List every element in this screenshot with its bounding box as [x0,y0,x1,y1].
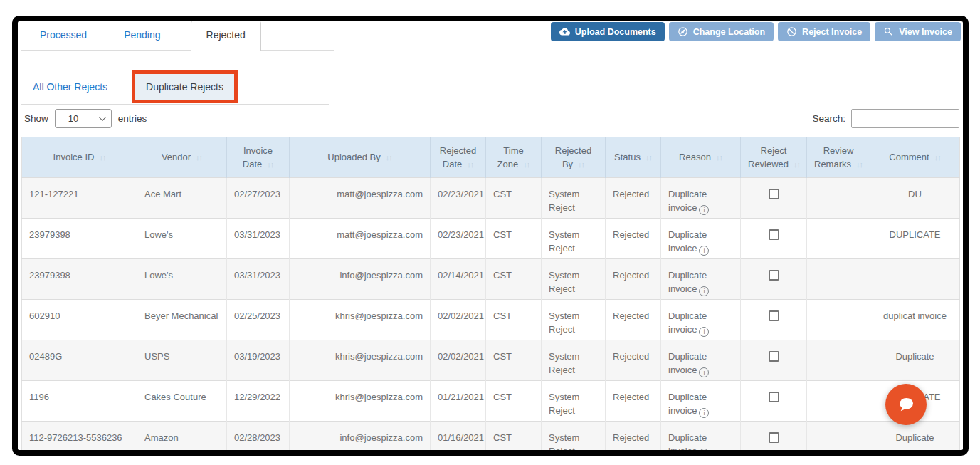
column-header-invoice-date[interactable]: Invoice Date [227,137,290,178]
upload-documents-button[interactable]: Upload Documents [551,22,665,41]
tab-pending[interactable]: Pending [124,29,160,50]
sort-icon [646,153,652,162]
table-controls: Show 10 entries Search: [21,109,959,130]
button-label: Reject Invoice [802,27,862,37]
cell-reject-reviewed [741,340,807,381]
search-input[interactable] [851,109,959,128]
annotation-highlight-rectangle: Duplicate Rejects [132,70,238,103]
cell-vendor: Lowe's [137,259,227,300]
cell-comment: Duplicate [870,422,960,451]
reject-reviewed-checkbox[interactable] [769,351,779,362]
subtab-all-other-rejects[interactable]: All Other Rejects [33,81,107,93]
column-header-comment[interactable]: Comment [870,137,960,178]
sort-icon [578,160,584,169]
cell-reason: Duplicate invoice [661,300,741,340]
cell-rejected-date: 02/02/2021 [431,300,486,340]
info-icon[interactable] [699,246,709,256]
chat-widget-button[interactable] [885,384,927,425]
cell-uploaded-by: khris@joespizza.com [290,300,431,340]
reject-reviewed-checkbox[interactable] [769,432,779,443]
cell-status: Rejected [606,381,661,422]
cell-status: Rejected [606,178,661,219]
cell-status: Rejected [606,340,661,381]
info-icon[interactable] [699,449,709,450]
column-header-uploaded-by[interactable]: Uploaded By [290,137,431,178]
cell-rejected-date: 02/14/2021 [431,259,486,300]
reject-reviewed-checkbox[interactable] [769,392,779,402]
cell-reason: Duplicate invoice [661,422,741,451]
rejected-invoices-table: Invoice ID Vendor Invoice Date Uploaded … [21,137,960,450]
cell-time-zone: CST [486,178,542,219]
cell-rejected-by: System Reject [542,422,606,451]
ban-icon [786,26,797,37]
column-header-status[interactable]: Status [606,137,661,178]
reject-reviewed-checkbox[interactable] [769,270,779,281]
reject-reviewed-checkbox[interactable] [769,229,779,240]
sort-icon [386,153,392,162]
tab-rejected[interactable]: Rejected [191,21,261,51]
cell-invoice-date: 03/19/2023 [227,340,290,381]
reject-reviewed-checkbox[interactable] [769,310,779,321]
cell-vendor: Beyer Mechanical [137,300,227,340]
cell-time-zone: CST [486,219,542,259]
table-row[interactable]: 1196 Cakes Couture 12/29/2022 khris@joes… [22,381,960,422]
cell-reason: Duplicate invoice [661,340,741,381]
cell-invoice-id: 1196 [22,381,137,422]
cell-uploaded-by: khris@joespizza.com [290,340,431,381]
search-label: Search: [812,113,845,124]
cell-time-zone: CST [486,300,542,340]
cell-reject-reviewed [741,300,807,340]
page-size-select[interactable]: 10 [55,109,112,128]
sort-icon [99,153,105,162]
subtab-duplicate-rejects[interactable]: Duplicate Rejects [135,74,234,100]
table-row[interactable]: 23979398 Lowe's 03/31/2023 matt@joespizz… [22,219,960,259]
column-header-reject-reviewed[interactable]: Reject Reviewed [741,137,807,178]
column-header-invoice-id[interactable]: Invoice ID [22,137,137,178]
button-label: View Invoice [899,27,952,37]
info-icon[interactable] [699,408,709,418]
table-row[interactable]: 602910 Beyer Mechanical 02/25/2023 khris… [22,300,960,340]
cell-comment: Duplicate [870,340,960,381]
action-toolbar: Upload Documents Change Location Reject … [551,22,961,41]
tab-processed[interactable]: Processed [40,29,87,50]
table-row[interactable]: 02489G USPS 03/19/2023 khris@joespizza.c… [22,340,960,381]
cell-uploaded-by: khris@joespizza.com [290,381,431,422]
sort-icon [716,153,722,162]
cell-comment: DU [870,178,960,219]
change-location-button[interactable]: Change Location [669,22,774,41]
cell-rejected-by: System Reject [542,300,606,340]
chat-bubble-icon [895,394,917,415]
column-header-review-remarks[interactable]: Review Remarks [807,137,870,178]
cell-invoice-id: 121-127221 [22,178,137,219]
column-header-reason[interactable]: Reason [661,137,741,178]
cell-invoice-id: 602910 [22,300,137,340]
reject-invoice-button[interactable]: Reject Invoice [778,22,870,41]
column-header-rejected-date[interactable]: Rejected Date [431,137,486,178]
cell-rejected-date: 02/23/2021 [431,219,486,259]
table-row[interactable]: 112-9726213-5536236 Amazon 02/28/2023 in… [22,422,960,451]
cell-time-zone: CST [486,259,542,300]
cell-invoice-date: 02/28/2023 [227,422,290,451]
cell-comment: DUPLICATE [870,219,960,259]
cell-reject-reviewed [741,178,807,219]
info-icon[interactable] [699,327,709,337]
cell-invoice-date: 02/25/2023 [227,300,290,340]
info-icon[interactable] [699,367,709,377]
column-header-rejected-by[interactable]: Rejected By [542,137,606,178]
cell-invoice-id: 23979398 [22,219,137,259]
reject-reviewed-checkbox[interactable] [769,189,779,199]
table-row[interactable]: 121-127221 Ace Mart 02/27/2023 matt@joes… [22,178,960,219]
cell-review-remarks [807,178,870,219]
main-tabs: Processed Pending Rejected [21,21,334,51]
table-row[interactable]: 23979398 Lowe's 03/31/2023 info@joespizz… [22,259,960,300]
column-header-time-zone[interactable]: Time Zone [486,137,542,178]
column-header-vendor[interactable]: Vendor [137,137,227,178]
info-icon[interactable] [699,286,709,296]
cell-uploaded-by: info@joespizza.com [290,422,431,451]
cell-reason: Duplicate invoice [661,381,741,422]
view-invoice-button[interactable]: View Invoice [875,22,961,41]
sort-icon [934,153,941,162]
app-content: Processed Pending Rejected Upload Docume… [18,21,963,450]
button-label: Upload Documents [575,27,656,37]
info-icon[interactable] [699,205,709,215]
